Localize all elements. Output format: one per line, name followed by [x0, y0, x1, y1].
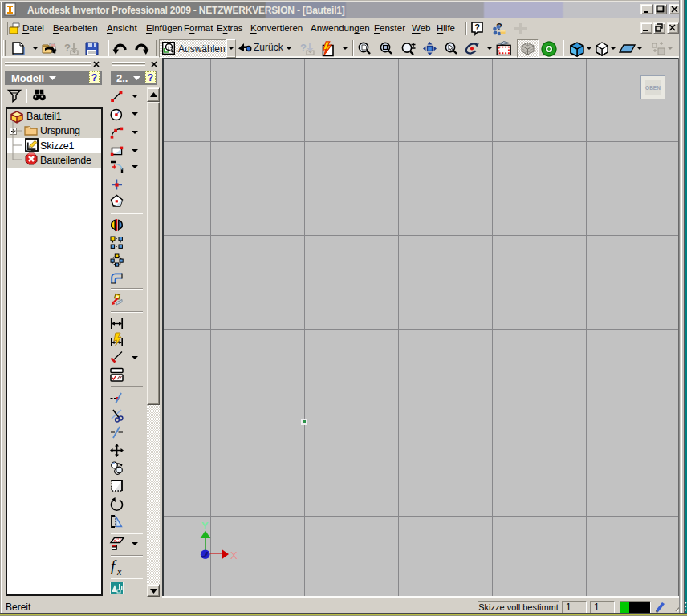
svg-text:?: ? — [300, 42, 307, 54]
svg-text:?: ? — [474, 22, 480, 32]
svg-text:f: f — [111, 557, 117, 574]
svg-text:x: x — [116, 566, 122, 578]
svg-text:Y: Y — [201, 520, 209, 532]
svg-text:?: ? — [64, 42, 71, 54]
svg-text:X: X — [230, 549, 238, 561]
